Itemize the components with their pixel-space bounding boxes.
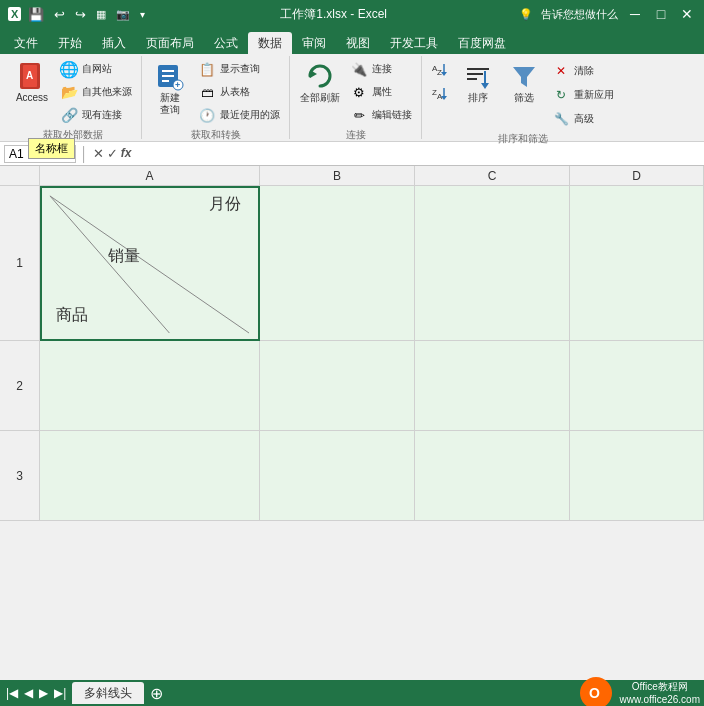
row-header-3[interactable]: 3	[0, 431, 40, 521]
query-col: 📋 显示查询 🗃 从表格 🕐 最近使用的源	[194, 58, 283, 126]
svg-text:A: A	[26, 70, 33, 81]
col-header-a[interactable]: A	[40, 166, 260, 185]
clear-icon: ✕	[551, 61, 571, 81]
existing-conn-label: 现有连接	[82, 109, 122, 121]
save-icon[interactable]: 💾	[25, 6, 47, 23]
connections-items: 全部刷新 🔌 连接 ⚙ 属性 ✏ 编辑链接	[296, 58, 415, 126]
sort-group-label: 排序和筛选	[498, 130, 548, 146]
sheet-nav-arrows: |◀ ◀ ▶ ▶|	[4, 684, 68, 702]
col-header-b[interactable]: B	[260, 166, 415, 185]
advanced-button[interactable]: 🔧 高级	[548, 108, 617, 130]
access-button[interactable]: A Access	[10, 58, 54, 106]
add-sheet-btn[interactable]: ⊕	[146, 683, 166, 703]
title-bar: X 💾 ↩ ↪ ▦ 📷 ▾ 工作簿1.xlsx - Excel 💡 告诉您想做什…	[0, 0, 704, 28]
ribbon-group-transform: + 新建查询 📋 显示查询 🗃 从表格 🕐 最近使用的源	[142, 56, 290, 139]
first-sheet-btn[interactable]: |◀	[4, 684, 20, 702]
edit-links-button[interactable]: ✏ 编辑链接	[346, 104, 415, 126]
from-table-button[interactable]: 🗃 从表格	[194, 81, 283, 103]
minimize-btn[interactable]: ─	[626, 5, 644, 23]
col-header-c[interactable]: C	[415, 166, 570, 185]
cell-a3[interactable]	[40, 431, 260, 521]
watermark-text: Office教程网 www.office26.com	[620, 680, 700, 706]
qa-icon-dropdown[interactable]: ▾	[137, 8, 148, 21]
formula-input[interactable]	[135, 147, 700, 161]
cancel-formula-icon[interactable]: ✕	[93, 146, 104, 161]
cell-b1[interactable]	[260, 186, 415, 341]
connect-button[interactable]: 🔌 连接	[346, 58, 415, 80]
redo-icon[interactable]: ↪	[72, 6, 89, 23]
spreadsheet-wrapper: A B C D 1 月份 销量 商品	[0, 166, 704, 521]
qa-icon-4[interactable]: ▦	[93, 7, 109, 22]
ask-icon: 💡	[519, 8, 533, 21]
filter-button[interactable]: 筛选	[502, 58, 546, 106]
tab-page-layout[interactable]: 页面布局	[136, 32, 204, 54]
other-sources-label: 自其他来源	[82, 86, 132, 98]
row-header-1[interactable]: 1	[0, 186, 40, 341]
show-query-button[interactable]: 📋 显示查询	[194, 58, 283, 80]
cell-c1[interactable]	[415, 186, 570, 341]
sheet-tab-1[interactable]: 多斜线头	[72, 682, 144, 704]
recent-button[interactable]: 🕐 最近使用的源	[194, 104, 283, 126]
undo-icon[interactable]: ↩	[51, 6, 68, 23]
cell-a2[interactable]	[40, 341, 260, 431]
cell-c2[interactable]	[415, 341, 570, 431]
other-sources-button[interactable]: 📂 自其他来源	[56, 81, 135, 103]
web-button[interactable]: 🌐 自网站	[56, 58, 135, 80]
sort-button[interactable]: 排序	[456, 58, 500, 106]
cell-d1[interactable]	[570, 186, 704, 341]
tab-review[interactable]: 审阅	[292, 32, 336, 54]
svg-marker-13	[441, 72, 447, 76]
prev-sheet-btn[interactable]: ◀	[22, 684, 35, 702]
grid-row-2: 2	[0, 341, 704, 431]
tab-developer[interactable]: 开发工具	[380, 32, 448, 54]
refresh-all-button[interactable]: 全部刷新	[296, 58, 344, 106]
props-icon: ⚙	[349, 82, 369, 102]
cell-d2[interactable]	[570, 341, 704, 431]
props-button[interactable]: ⚙ 属性	[346, 81, 415, 103]
connect-icon: 🔌	[349, 59, 369, 79]
cell-b3[interactable]	[260, 431, 415, 521]
tab-formulas[interactable]: 公式	[204, 32, 248, 54]
maximize-btn[interactable]: □	[652, 5, 670, 23]
tab-data[interactable]: 数据	[248, 32, 292, 54]
title-bar-left: X 💾 ↩ ↪ ▦ 📷 ▾	[8, 6, 148, 23]
insert-function-icon[interactable]: fx	[121, 146, 132, 161]
tell-me-text[interactable]: 告诉您想做什么	[541, 7, 618, 22]
tab-home[interactable]: 开始	[48, 32, 92, 54]
grid-row-1: 1 月份 销量 商品	[0, 186, 704, 341]
cell-d3[interactable]	[570, 431, 704, 521]
row-header-2[interactable]: 2	[0, 341, 40, 431]
transform-items: + 新建查询 📋 显示查询 🗃 从表格 🕐 最近使用的源	[148, 58, 283, 126]
next-sheet-btn[interactable]: ▶	[37, 684, 50, 702]
confirm-formula-icon[interactable]: ✓	[107, 146, 118, 161]
sort-az-button[interactable]: A Z	[428, 58, 454, 80]
sort-za-button[interactable]: Z A	[428, 82, 454, 104]
ribbon-content: A Access 🌐 自网站 📂 自其他来源 🔗 现有连接	[0, 54, 704, 142]
clear-label: 清除	[574, 65, 594, 77]
name-box[interactable]: A1	[4, 145, 76, 163]
transform-group-label: 获取和转换	[191, 126, 241, 142]
existing-conn-button[interactable]: 🔗 现有连接	[56, 104, 135, 126]
tab-insert[interactable]: 插入	[92, 32, 136, 54]
grid-body: 1 月份 销量 商品 2	[0, 186, 704, 521]
reapply-button[interactable]: ↻ 重新应用	[548, 84, 617, 106]
cell-c3[interactable]	[415, 431, 570, 521]
cell-shangpin-text: 商品	[56, 305, 88, 326]
tab-file[interactable]: 文件	[4, 32, 48, 54]
tab-baidu[interactable]: 百度网盘	[448, 32, 516, 54]
cell-yuefen-text: 月份	[209, 194, 241, 215]
col-header-d[interactable]: D	[570, 166, 704, 185]
new-query-icon: +	[154, 60, 186, 92]
filter-icon	[508, 60, 540, 92]
close-btn[interactable]: ✕	[678, 5, 696, 23]
cell-a1[interactable]: 月份 销量 商品	[40, 186, 260, 341]
last-sheet-btn[interactable]: ▶|	[52, 684, 68, 702]
tab-view[interactable]: 视图	[336, 32, 380, 54]
cell-b2[interactable]	[260, 341, 415, 431]
clear-button[interactable]: ✕ 清除	[548, 60, 617, 82]
advanced-icon: 🔧	[551, 109, 571, 129]
new-query-button[interactable]: + 新建查询	[148, 58, 192, 118]
existing-conn-icon: 🔗	[59, 105, 79, 125]
qa-icon-5[interactable]: 📷	[113, 7, 133, 22]
excel-logo-icon: X	[8, 7, 21, 21]
